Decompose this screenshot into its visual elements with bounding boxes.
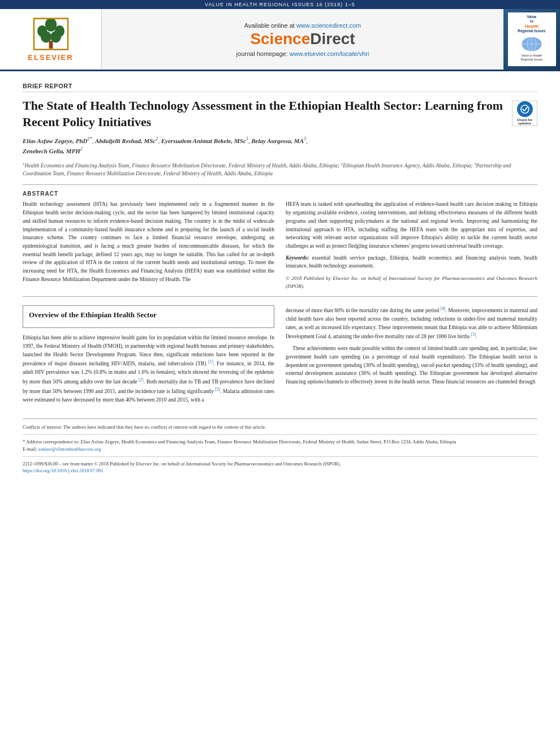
copyright-notice: © 2018 Published by Elsevier Inc. on beh… — [286, 275, 537, 291]
footer: Conflicts of interest: The authors have … — [23, 418, 537, 474]
journal-banner-text: VALUE IN HEALTH REGIONAL ISSUES 16 (2018… — [205, 2, 355, 7]
conflict-statement: Conflicts of interest: The authors have … — [23, 424, 537, 431]
journal-thumbnail: ValueinHealthRegional Issues Value in He… — [503, 9, 560, 70]
issn-line: 2212-1099/$36.00 – see front matter © 20… — [23, 460, 537, 468]
address-line: * Address correspondence to: Elias Asfaw… — [23, 438, 537, 446]
keywords: Keywords: essential health service packa… — [286, 254, 537, 270]
affiliations: 1Health Economics and Financing Analysis… — [23, 161, 537, 178]
main-content: BRIEF REPORT The State of Health Technol… — [0, 71, 560, 486]
body-text-left: Ethiopia has been able to achieve impres… — [23, 334, 274, 404]
email-link[interactable]: easfaw@clintonhealthaccess.org — [38, 446, 101, 452]
globe-icon — [520, 36, 543, 53]
available-online-text: Available online at www.sciencedirect.co… — [244, 22, 361, 29]
journal-center: Available online at www.sciencedirect.co… — [102, 9, 503, 70]
footer-divider-2 — [23, 456, 537, 457]
sciencedirect-logo: ScienceDirect — [250, 30, 355, 48]
doi-line: https://doi.org/10.1016/j.vhri.2018.07.0… — [23, 467, 537, 474]
journal-header: ELSEVIER Available online at www.science… — [0, 9, 560, 71]
article-title-text: The State of Health Technology Assessmen… — [23, 98, 506, 130]
body-right-column: decrease of more than 60% in the mortali… — [286, 305, 537, 407]
article-title: The State of Health Technology Assessmen… — [23, 98, 537, 130]
thumb-inner: ValueinHealthRegional Issues Value in He… — [508, 12, 556, 66]
check-updates-icon — [517, 101, 533, 117]
doi-link[interactable]: https://doi.org/10.1016/j.vhri.2018.07.0… — [23, 468, 104, 473]
section-title: Overview of the Ethiopian Health Sector — [29, 309, 268, 321]
sciencedirect-url[interactable]: www.sciencedirect.com — [296, 22, 361, 29]
journal-banner: VALUE IN HEALTH REGIONAL ISSUES 16 (2018… — [0, 0, 560, 9]
body-columns: Overview of the Ethiopian Health Sector … — [23, 305, 537, 407]
abstract-label: ABSTRACT — [23, 191, 537, 197]
abstract-right: HEFA team is tasked with spearheading th… — [286, 200, 537, 291]
journal-url[interactable]: www.elsevier.com/locate/vhri — [290, 50, 369, 57]
abstract-section: ABSTRACT Health technology assessment (H… — [23, 184, 537, 297]
elsevier-wordmark: ELSEVIER — [28, 53, 73, 62]
section-box: Overview of the Ethiopian Health Sector — [23, 305, 274, 328]
body-left-column: Overview of the Ethiopian Health Sector … — [23, 305, 274, 407]
journal-homepage: journal homepage: www.elsevier.com/locat… — [236, 50, 369, 57]
elsevier-logo: ELSEVIER — [0, 9, 102, 70]
article-type-label: BRIEF REPORT — [23, 83, 537, 92]
body-text-right: decrease of more than 60% in the mortali… — [286, 305, 537, 386]
page: VALUE IN HEALTH REGIONAL ISSUES 16 (2018… — [0, 0, 560, 738]
elsevier-tree-icon — [31, 18, 71, 51]
check-updates-badge: Check forupdates — [512, 101, 537, 126]
authors-line: Elias Asfaw Zegeye, PhD2*, Abduljelli Re… — [23, 136, 537, 157]
email-line: E-mail: easfaw@clintonhealthaccess.org — [23, 446, 537, 453]
abstract-columns: Health technology assessment (HTA) has p… — [23, 200, 537, 291]
abstract-left: Health technology assessment (HTA) has p… — [23, 200, 274, 291]
footer-divider — [23, 434, 537, 435]
